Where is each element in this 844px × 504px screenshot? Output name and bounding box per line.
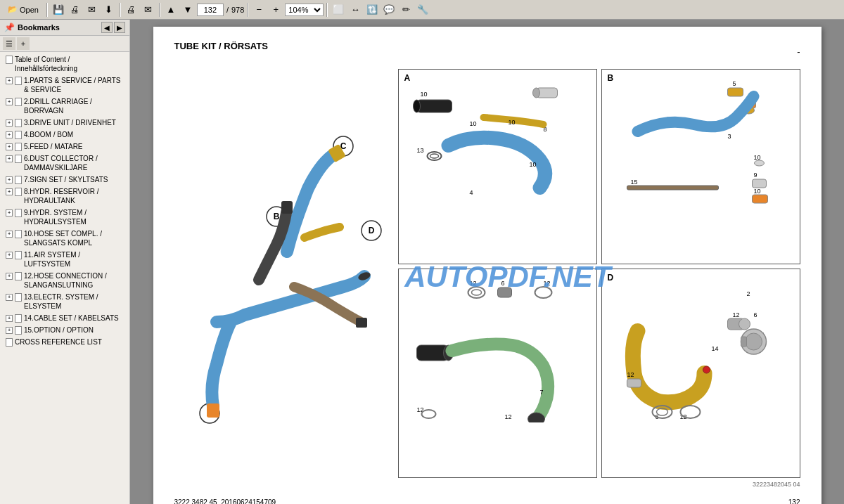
sidebar-item-s8[interactable]: + 8.HYDR. RESERVOIR / HYDRAULTANK — [0, 186, 129, 207]
diagram-box-d: D 2 14 12 — [601, 269, 800, 478]
fit-page-button[interactable]: ⬜ — [331, 2, 346, 18]
zoom-in-button[interactable]: + — [268, 2, 283, 18]
diagram-b-svg: 5 10 10 3 — [608, 75, 794, 209]
svg-rect-47 — [497, 287, 511, 297]
sidebar-item-s3-label: 3.DRIVE UNIT / DRIVENHET — [24, 118, 116, 127]
comment-button[interactable]: 💬 — [381, 2, 397, 18]
svg-text:10: 10 — [753, 154, 760, 161]
expand-icon-s10: + — [6, 231, 13, 238]
svg-text:6: 6 — [501, 280, 504, 287]
page-thumb-s2 — [15, 98, 22, 106]
svg-point-55 — [421, 410, 435, 418]
page-sep: / — [226, 6, 229, 14]
svg-text:12: 12 — [627, 371, 634, 378]
print2-button[interactable]: 🖨 — [124, 2, 139, 18]
expand-icon-s4: + — [6, 131, 13, 138]
expand-icon-s11: + — [6, 252, 13, 259]
rotate-button[interactable]: 🔃 — [364, 2, 380, 18]
sidebar-item-s15[interactable]: + 15.OPTION / OPTION — [0, 324, 129, 336]
next-page-button[interactable]: ▼ — [180, 2, 196, 18]
zoom-out-button[interactable]: − — [251, 2, 267, 18]
page-thumb-s9 — [15, 209, 22, 217]
sidebar-item-s13[interactable]: + 13.ELECTR. SYSTEM / ELSYSTEM — [0, 291, 129, 312]
svg-text:12: 12 — [469, 280, 476, 287]
open-button[interactable]: 📂 Open — [3, 4, 44, 15]
sidebar-item-s5[interactable]: + 5.FEED / MATARE — [0, 141, 129, 153]
sidebar-item-s12[interactable]: + 12.HOSE CONNECTION / SLANGANSLUTNING — [0, 270, 129, 291]
sidebar-tool-1[interactable]: ☰ — [3, 37, 15, 50]
fit-width-button[interactable]: ↔ — [347, 2, 363, 18]
expand-icon-s6: + — [6, 155, 13, 162]
sidebar-item-s4[interactable]: + 4.BOOM / BOM — [0, 129, 129, 141]
diagram-ref: 32223482045 04 — [753, 481, 800, 488]
page-thumb-s13 — [15, 293, 22, 302]
sidebar-item-toc-label: Table of Content / Innehållsförteckning — [15, 55, 127, 73]
page-title-dash: - — [797, 46, 800, 57]
page-thumb-s14 — [15, 314, 22, 323]
svg-text:10: 10 — [753, 188, 760, 195]
diagram-a-svg: 10 11 8 13 — [404, 75, 591, 209]
svg-point-72 — [680, 406, 700, 418]
svg-rect-28 — [727, 88, 743, 96]
page-thumb-s3 — [15, 119, 22, 127]
print-button[interactable]: 🖨 — [68, 2, 83, 18]
svg-point-66 — [745, 333, 762, 350]
pdf-page: TUBE KIT / RÖRSATS - AUTOPDF.NET A B — [153, 27, 821, 504]
sidebar-prev-btn[interactable]: ◀ — [101, 22, 113, 33]
svg-text:10: 10 — [508, 119, 515, 126]
tools-button[interactable]: 🔧 — [415, 2, 430, 18]
sidebar-item-s6[interactable]: + 6.DUST COLLECTOR / DAMMAVSKILJARE — [0, 153, 129, 174]
expand-icon-s12: + — [6, 273, 13, 280]
svg-rect-74 — [627, 379, 641, 387]
svg-point-45 — [468, 287, 485, 298]
sidebar-item-s7-label: 7.SIGN SET / SKYLTSATS — [24, 175, 108, 184]
save-button[interactable]: 💾 — [51, 2, 66, 18]
sidebar-item-s1[interactable]: + 1.PARTS & SERVICE / PARTS & SERVICE — [0, 75, 129, 96]
page-thumb-icon — [6, 56, 13, 64]
svg-rect-17 — [416, 100, 452, 112]
sidebar-item-s16[interactable]: CROSS REFERENCE LIST — [0, 336, 129, 348]
sidebar-item-s10[interactable]: + 10.HOSE SET COMPL. / SLANGSATS KOMPL — [0, 228, 129, 249]
svg-text:5: 5 — [732, 80, 736, 87]
sidebar-item-toc[interactable]: Table of Content / Innehållsförteckning — [0, 53, 129, 75]
expand-icon-s3: + — [6, 119, 13, 127]
expand-icon-s2: + — [6, 98, 13, 105]
svg-text:3: 3 — [727, 133, 731, 140]
highlight-button[interactable]: ✏ — [398, 2, 414, 18]
svg-text:7: 7 — [539, 389, 543, 396]
page-thumb-s12 — [15, 272, 22, 280]
expand-icon-s9: + — [6, 209, 13, 217]
sidebar-item-s14[interactable]: + 14.CABLE SET / KABELSATS — [0, 312, 129, 324]
zoom-select[interactable]: 104% 75% 100% 125% 150% — [285, 4, 324, 16]
sidebar-add-btn[interactable]: + — [17, 37, 30, 50]
email-button[interactable]: ✉ — [84, 2, 100, 18]
page-number-input[interactable]: 132 — [197, 4, 224, 16]
sidebar-item-s2[interactable]: + 2.DRILL CARRIAGE / BORRVAGN — [0, 96, 129, 117]
sidebar-item-s11[interactable]: + 11.AIR SYSTEM / LUFTSYSTEM — [0, 249, 129, 270]
download-button[interactable]: ⬇ — [101, 2, 117, 18]
page-thumb-s7 — [15, 176, 22, 184]
svg-rect-41 — [752, 195, 767, 203]
svg-text:4: 4 — [469, 189, 473, 196]
sidebar-item-s9[interactable]: + 9.HYDR. SYSTEM / HYDRAULSYSTEM — [0, 207, 129, 228]
svg-text:15: 15 — [630, 179, 637, 186]
expand-icon-s15: + — [6, 327, 13, 334]
svg-text:D: D — [368, 226, 374, 235]
sidebar-item-s7[interactable]: + 7.SIGN SET / SKYLTSATS — [0, 174, 129, 186]
sidebar-next-btn[interactable]: ▶ — [114, 22, 125, 33]
expand-icon-s13: + — [6, 294, 13, 301]
svg-text:12: 12 — [732, 311, 739, 318]
prev-page-button[interactable]: ▲ — [163, 2, 179, 18]
pin-icon: 📌 — [4, 22, 15, 32]
svg-point-22 — [430, 154, 438, 158]
svg-text:10: 10 — [420, 91, 427, 98]
sidebar-item-s3[interactable]: + 3.DRIVE UNIT / DRIVENHET — [0, 117, 129, 129]
sidebar-content: Table of Content / Innehållsförteckning … — [0, 52, 129, 504]
sidebar-item-s2-label: 2.DRILL CARRIAGE / BORRVAGN — [24, 97, 127, 115]
svg-text:10: 10 — [469, 120, 476, 127]
doc-id: 3222 3482 45_20160624154709 — [174, 498, 276, 504]
pdf-content-area: TUBE KIT / RÖRSATS - AUTOPDF.NET A B — [130, 20, 844, 504]
page-thumb-s11 — [15, 251, 22, 259]
expand-icon-s8: + — [6, 188, 13, 195]
email2-button[interactable]: ✉ — [141, 2, 156, 18]
